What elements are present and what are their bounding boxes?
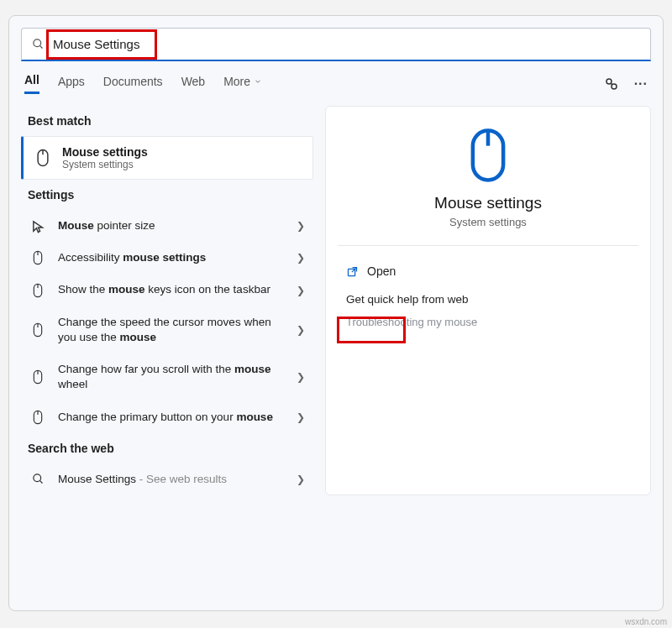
chevron-right-icon: ❯: [297, 371, 305, 383]
chevron-down-icon: [254, 77, 262, 86]
best-match-title: Mouse settings: [62, 145, 148, 159]
tab-more-label: More: [223, 75, 250, 88]
web-result-item[interactable]: Mouse Settings - See web results ❯: [21, 463, 313, 495]
setting-cursor-speed[interactable]: Change the speed the cursor moves when y…: [21, 306, 313, 353]
open-external-icon: [346, 265, 359, 278]
chevron-right-icon: ❯: [297, 324, 305, 336]
tab-apps[interactable]: Apps: [58, 75, 85, 93]
divider: [338, 245, 638, 246]
mouse-icon: [29, 322, 46, 338]
search-web-header: Search the web: [21, 433, 313, 463]
svg-line-18: [39, 481, 42, 484]
chevron-right-icon: ❯: [297, 411, 305, 423]
preview-title: Mouse settings: [341, 194, 635, 212]
troubleshoot-link[interactable]: Troubleshooting my mouse: [341, 311, 635, 333]
open-label: Open: [367, 264, 396, 278]
mouse-icon: [29, 369, 46, 385]
best-match-sub: System settings: [62, 159, 148, 170]
search-input[interactable]: Mouse Settings: [21, 28, 651, 61]
svg-point-0: [34, 39, 41, 47]
svg-point-17: [33, 474, 40, 482]
best-match-item[interactable]: Mouse settings System settings: [21, 136, 313, 180]
link-icon[interactable]: [604, 76, 619, 92]
chevron-right-icon: ❯: [297, 474, 305, 485]
tab-documents[interactable]: Documents: [103, 75, 163, 93]
mouse-icon: [29, 283, 46, 298]
search-icon: [29, 473, 46, 485]
mouse-large-icon: [341, 127, 635, 184]
tab-more[interactable]: More: [223, 75, 262, 93]
setting-pointer-size[interactable]: Mouse pointer size ❯: [21, 210, 313, 242]
mouse-icon: [29, 250, 46, 265]
svg-point-2: [606, 79, 612, 84]
setting-mouse-keys-icon[interactable]: Show the mouse keys icon on the taskbar …: [21, 274, 313, 306]
search-window: Mouse Settings All Apps Documents Web Mo…: [8, 15, 664, 611]
pointer-icon: [29, 219, 46, 233]
tab-all[interactable]: All: [24, 73, 39, 94]
preview-pane: Mouse settings System settings Open Get …: [325, 106, 651, 495]
watermark: wsxdn.com: [625, 617, 667, 626]
best-match-header: Best match: [21, 106, 313, 136]
chevron-right-icon: ❯: [297, 220, 305, 232]
setting-accessibility-mouse[interactable]: Accessibility mouse settings ❯: [21, 242, 313, 274]
setting-scroll-wheel[interactable]: Change how far you scroll with the mouse…: [21, 353, 313, 400]
svg-point-3: [612, 84, 617, 89]
preview-sub: System settings: [341, 216, 635, 228]
tab-web[interactable]: Web: [181, 75, 206, 93]
more-icon[interactable]: ···: [634, 76, 648, 92]
filter-tabs: All Apps Documents Web More ···: [9, 61, 663, 99]
mouse-icon: [34, 149, 52, 167]
mouse-icon: [29, 410, 46, 425]
svg-line-4: [611, 83, 612, 85]
svg-line-22: [352, 267, 357, 272]
search-query-text: Mouse Settings: [53, 37, 139, 51]
svg-line-1: [39, 45, 42, 48]
results-column: Best match Mouse settings System setting…: [21, 106, 313, 495]
chevron-right-icon: ❯: [297, 252, 305, 264]
chevron-right-icon: ❯: [297, 285, 305, 296]
setting-primary-button[interactable]: Change the primary button on your mouse …: [21, 401, 313, 433]
settings-header: Settings: [21, 180, 313, 210]
quick-help-header: Get quick help from web: [341, 285, 635, 311]
open-action[interactable]: Open: [341, 258, 635, 285]
search-icon: [32, 38, 45, 50]
